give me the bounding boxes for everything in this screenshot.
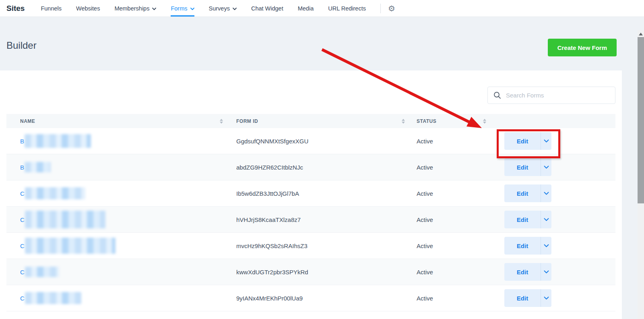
form-id-cell: mvcHz9hKQSb2sRAIhsZ3 bbox=[229, 242, 410, 249]
column-header-status: STATUS bbox=[410, 118, 489, 124]
table-row: C 9yIANx4MrEKhPr00lUa9 Active Edit bbox=[6, 285, 615, 311]
sort-icon[interactable] bbox=[483, 119, 486, 124]
vertical-scrollbar[interactable] bbox=[638, 30, 644, 319]
status-cell: Active bbox=[410, 190, 489, 197]
nav-item-label: URL Redirects bbox=[328, 5, 366, 12]
search-input[interactable] bbox=[506, 92, 609, 99]
chevron-down-icon bbox=[544, 218, 549, 221]
chevron-down-icon bbox=[544, 192, 549, 195]
brand-sites[interactable]: Sites bbox=[6, 0, 25, 17]
scrollbar-up-arrow-icon[interactable] bbox=[639, 33, 643, 35]
form-name-link[interactable]: C bbox=[20, 238, 116, 254]
edit-button-group: Edit bbox=[504, 289, 551, 307]
nav-item-url-redirects[interactable]: URL Redirects bbox=[328, 0, 366, 17]
form-id-cell: abdZG9HZR62CItblzNJc bbox=[229, 164, 410, 171]
sort-icon[interactable] bbox=[220, 119, 223, 124]
column-header-form-id: FORM ID bbox=[229, 118, 410, 124]
edit-dropdown-button[interactable] bbox=[541, 184, 551, 202]
edit-dropdown-button[interactable] bbox=[541, 132, 551, 150]
edit-button[interactable]: Edit bbox=[504, 184, 541, 202]
table-row: C Ib5w6dZB3JttOJjGl7bA Active Edit bbox=[6, 180, 615, 207]
form-name-initial: C bbox=[20, 295, 25, 302]
edit-button[interactable]: Edit bbox=[504, 289, 541, 307]
form-name-initial: B bbox=[20, 138, 24, 145]
chevron-down-icon bbox=[190, 8, 194, 10]
form-id-cell: 9yIANx4MrEKhPr00lUa9 bbox=[229, 295, 410, 302]
edit-button[interactable]: Edit bbox=[504, 211, 541, 228]
nav-item-memberships[interactable]: Memberships bbox=[114, 0, 156, 17]
chevron-down-icon bbox=[544, 296, 549, 300]
table-row: C hVHJrjS8KcaaTXlza8z7 Active Edit bbox=[6, 207, 615, 233]
edit-button-group: Edit bbox=[504, 237, 551, 255]
edit-button[interactable]: Edit bbox=[504, 132, 541, 150]
status-cell: Active bbox=[410, 164, 489, 171]
form-name-link[interactable]: C bbox=[20, 292, 81, 304]
sort-icon[interactable] bbox=[402, 119, 405, 124]
nav-item-label: Surveys bbox=[209, 5, 230, 12]
edit-button[interactable]: Edit bbox=[504, 263, 541, 281]
scrollbar-thumb[interactable] bbox=[638, 37, 644, 203]
form-name-initial: C bbox=[20, 216, 25, 223]
chevron-down-icon bbox=[544, 166, 549, 169]
form-id-cell: kwwXdUGTr2pbr3SPYkRd bbox=[229, 269, 410, 276]
nav-item-websites[interactable]: Websites bbox=[76, 0, 100, 17]
edit-button-group: Edit bbox=[504, 184, 551, 202]
nav-item-chat-widget[interactable]: Chat Widget bbox=[251, 0, 283, 17]
redacted-name-blur bbox=[25, 238, 116, 254]
chevron-down-icon bbox=[544, 139, 549, 143]
chevron-down-icon bbox=[233, 8, 237, 10]
form-name-initial: C bbox=[20, 242, 25, 249]
form-name-initial: C bbox=[20, 269, 25, 276]
gear-icon[interactable]: ⚙ bbox=[388, 0, 395, 17]
form-name-link[interactable]: C bbox=[20, 211, 105, 228]
form-name-initial: B bbox=[20, 164, 24, 171]
nav-item-media[interactable]: Media bbox=[298, 0, 314, 17]
forms-table-card: NAME FORM ID STATUS B GgdsufQNNMXtSfgexX… bbox=[0, 70, 622, 319]
edit-button[interactable]: Edit bbox=[504, 237, 541, 255]
status-cell: Active bbox=[410, 138, 489, 145]
search-icon bbox=[493, 91, 501, 99]
nav-item-funnels[interactable]: Funnels bbox=[41, 0, 62, 17]
edit-button-group: Edit bbox=[504, 158, 551, 176]
form-name-initial: C bbox=[20, 190, 25, 197]
form-name-link[interactable]: B bbox=[20, 134, 91, 148]
status-cell: Active bbox=[410, 269, 489, 276]
form-id-cell: GgdsufQNNMXtSfgexXGU bbox=[229, 138, 410, 145]
create-new-form-button[interactable]: Create New Form bbox=[548, 39, 617, 56]
nav-divider bbox=[380, 4, 381, 13]
nav-item-label: Chat Widget bbox=[251, 5, 283, 12]
form-name-link[interactable]: C bbox=[20, 187, 85, 199]
redacted-name-blur bbox=[25, 211, 105, 228]
edit-dropdown-button[interactable] bbox=[541, 289, 551, 307]
table-header: NAME FORM ID STATUS bbox=[6, 114, 615, 128]
status-cell: Active bbox=[410, 295, 489, 302]
status-cell: Active bbox=[410, 216, 489, 223]
edit-dropdown-button[interactable] bbox=[541, 211, 551, 228]
redacted-name-blur bbox=[25, 187, 85, 199]
status-cell: Active bbox=[410, 242, 489, 249]
redacted-name-blur bbox=[25, 162, 51, 172]
edit-button-group: Edit bbox=[504, 132, 551, 150]
redacted-name-blur bbox=[25, 267, 59, 277]
top-navbar: Sites Funnels Websites Memberships Forms… bbox=[0, 0, 644, 17]
nav-item-forms[interactable]: Forms bbox=[171, 0, 194, 17]
chevron-down-icon bbox=[152, 8, 156, 10]
redacted-name-blur bbox=[25, 134, 91, 148]
form-name-link[interactable]: C bbox=[20, 267, 59, 277]
form-name-link[interactable]: B bbox=[20, 162, 51, 172]
column-header-name: NAME bbox=[6, 118, 229, 124]
nav-item-label: Forms bbox=[171, 5, 187, 12]
edit-button-group: Edit bbox=[504, 211, 551, 228]
table-row: B GgdsufQNNMXtSfgexXGU Active Edit bbox=[6, 128, 615, 154]
edit-dropdown-button[interactable] bbox=[541, 158, 551, 176]
redacted-name-blur bbox=[25, 292, 81, 304]
edit-dropdown-button[interactable] bbox=[541, 237, 551, 255]
nav-item-label: Memberships bbox=[114, 5, 149, 12]
edit-dropdown-button[interactable] bbox=[541, 263, 551, 281]
table-row: C kwwXdUGTr2pbr3SPYkRd Active Edit bbox=[6, 259, 615, 285]
edit-button[interactable]: Edit bbox=[504, 158, 541, 176]
chevron-down-icon bbox=[544, 244, 549, 247]
table-body: B GgdsufQNNMXtSfgexXGU Active Edit B a bbox=[6, 128, 615, 319]
nav-menu: Funnels Websites Memberships Forms Surve… bbox=[41, 0, 380, 17]
nav-item-surveys[interactable]: Surveys bbox=[209, 0, 237, 17]
